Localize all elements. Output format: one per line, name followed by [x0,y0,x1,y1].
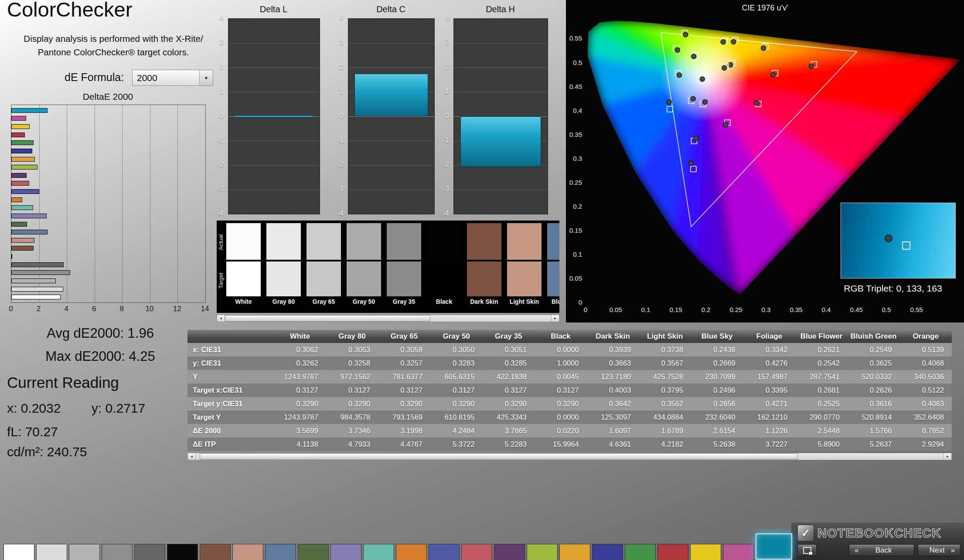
deltaE-bar-orange [11,197,22,202]
column-header: White [274,330,326,343]
patch-black[interactable]: Black [167,544,198,560]
x-tick-label: 0.05 [609,306,622,313]
table-row: x: CIE310.30620.30530.30580.30500.30510.… [187,343,952,356]
y-tick-label: -4 [209,209,224,218]
x-tick-label: 0.35 [790,306,802,313]
swatch-scrollbar-thumb[interactable] [225,315,430,322]
table-scrollbar[interactable]: ◄ ► [187,453,952,460]
patch-gray-35[interactable]: Gray 35 [134,544,165,560]
deltaE-bar-white [11,295,61,299]
table-cell: 793.1569 [378,411,430,424]
table-cell: 1.6789 [639,424,691,438]
patch-white[interactable]: White [3,544,34,560]
gridline [454,92,548,92]
table-cell: 1.1226 [743,424,795,438]
x-tick-label: 0.45 [850,306,862,313]
patch-light-skin[interactable]: Light Skin [232,544,263,560]
patch-red[interactable]: Red [657,544,688,560]
gridline [228,92,320,92]
table-cell: 0.3127 [535,384,587,397]
de-formula-dropdown[interactable]: 2000 ▼ [132,70,213,86]
patch-purplish-blue[interactable]: Purplish Blue [429,544,460,560]
deltaE-chart-title: DeltaE 2000 [11,92,205,102]
patch-gray-80[interactable]: Gray 80 [36,544,67,560]
patch-moderate-red[interactable]: Moderate Red [461,544,492,560]
table-scrollbar-thumb[interactable] [200,453,798,460]
delta-h-title: Delta H [453,4,547,14]
table-cell: 3.5699 [274,424,326,438]
patch-blue[interactable]: Blue [592,544,623,560]
table-cell: 610.8195 [430,411,483,424]
measured-marker-cyan [667,100,671,105]
patch-swatch [494,544,525,560]
delta-h-value-bar [460,116,541,167]
table-cell: 0.3290 [274,397,326,411]
column-header: Light Skin [639,330,691,343]
patch-orange-yellow[interactable]: Orange Yellow [559,544,590,560]
patch-blue-sky[interactable]: Blue Sky [265,544,296,560]
patch-purple[interactable]: Purple [494,544,525,560]
table-cell: 5.8900 [795,438,848,451]
table-cell: 157.4987 [743,370,795,384]
gridline [348,190,434,190]
scroll-right-icon[interactable]: ► [551,315,559,322]
measured-marker-blue-sky [691,96,695,101]
table-cell: 0.3616 [848,397,900,411]
patch-swatch [36,544,67,560]
table-cell: 0.3283 [430,356,483,370]
table-cell: 2.6154 [691,424,743,438]
patch-magenta[interactable]: Magenta [723,544,754,560]
y-tick-label: 0.3 [573,155,582,162]
column-header: Orange [899,330,952,343]
patch-blue-flower[interactable]: Blue Flower [330,544,361,560]
swatch-gray-50: Gray 50 [347,223,381,305]
swatch-scrollbar-track[interactable] [225,315,551,322]
deltaE-bar-red [11,132,25,137]
measured-marker-foliage [691,54,696,59]
patch-foliage[interactable]: Foliage [298,544,329,560]
scroll-left-icon[interactable]: ◄ [188,453,196,460]
cie-diagram-panel: CIE 1976 u'v' 00.050.10.150.20.250.30.35… [566,0,964,322]
table-cell: 0.2626 [848,384,900,397]
deltaE-bar-yellow-green [11,165,37,170]
swatch-scrollbar[interactable]: ◄ ► [217,315,559,322]
patch-green[interactable]: Green [625,544,656,560]
patch-yellow[interactable]: Yellow [690,544,721,560]
table-cell: 0.0000 [535,343,587,356]
patch-gray-65[interactable]: Gray 65 [69,544,100,560]
actual-swatch [507,223,542,260]
x-tick-label: 0 [584,306,587,313]
column-header: Bluish Green [848,330,900,343]
scroll-right-icon[interactable]: ► [944,453,951,460]
patch-gray-50[interactable]: Gray 50 [102,544,133,560]
patch-cyan[interactable]: Cyan [756,533,792,560]
scroll-left-icon[interactable]: ◄ [217,315,225,322]
table-cell: 605.6315 [430,370,483,384]
back-button[interactable]: « Back [849,544,914,556]
next-button[interactable]: Next » [918,544,961,556]
table-cell: 0.3342 [743,343,795,356]
table-scrollbar-track[interactable] [196,453,944,460]
patch-orange[interactable]: Orange [396,544,427,560]
table-cell: 0.3051 [482,343,535,356]
patch-yellow-green[interactable]: Yellow Green [527,544,558,560]
measured-marker-white [700,77,705,81]
table-cell: 520.0332 [848,370,900,384]
y-tick-label: 0.5 [573,59,582,66]
patch-dark-skin[interactable]: Dark Skin [200,544,231,560]
bar-row [11,181,205,186]
current-fl-readout: fL: 70.27 [7,424,58,439]
table-cell: 3.7346 [326,424,378,438]
x-tick-label: 0.25 [729,306,742,313]
table-cell: 4.2182 [639,438,691,451]
gridline [454,43,548,44]
patch-bluish-green[interactable]: Bluish Green [363,544,394,560]
back-label: Back [875,546,892,555]
row-label: Target y:CIE31 [187,397,274,411]
table-cell: 0.3290 [482,397,535,411]
next-label: Next [930,546,945,555]
patch-swatch [592,544,623,560]
capture-button[interactable] [797,544,817,556]
table-cell: 5.2637 [848,438,900,451]
row-label: ΔE 2000 [187,424,274,438]
